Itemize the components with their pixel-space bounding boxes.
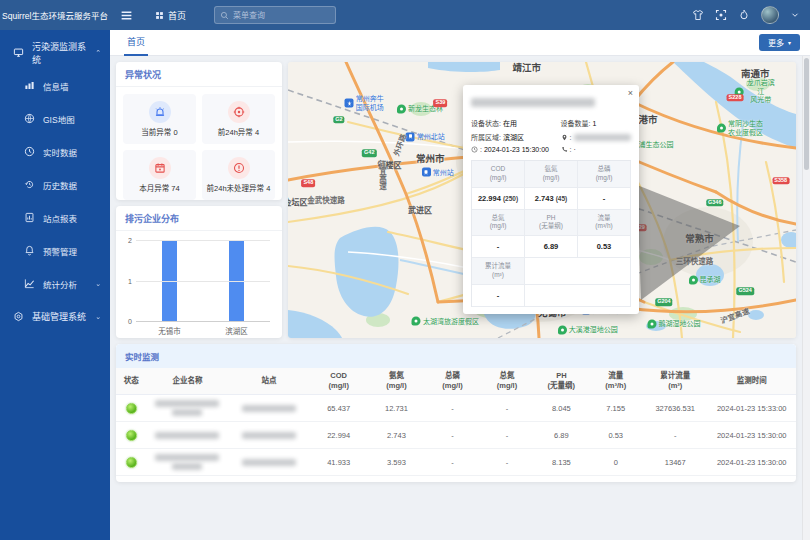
sidebar-item-label: 预警管理 <box>43 245 77 257</box>
column-header: 流量(m³/h) <box>589 368 643 394</box>
abnormal-status-panel: 异常状况 当前异常 0前24h异常 4本月异常 74前24h未处理异常 4 <box>116 62 282 200</box>
redacted-text <box>155 432 219 439</box>
metric-header: 总磷(mg/l) <box>578 161 631 188</box>
redacted-text <box>172 463 202 470</box>
home-label: 首页 <box>168 9 186 22</box>
more-button[interactable]: 更多▾ <box>759 34 800 51</box>
table-cell: 41.933 <box>310 458 368 467</box>
sidebar-item-alert-management[interactable]: 预警管理 <box>0 234 110 267</box>
metric-value: - <box>472 285 525 307</box>
gridline <box>136 321 270 322</box>
table-row[interactable]: 41.9333.593--8.1350134672024-01-23 15:30… <box>116 449 796 476</box>
metric-empty-cell <box>525 258 631 285</box>
sidebar-item-history-data[interactable]: 历史数据 <box>0 168 110 201</box>
sidebar-item-station-report[interactable]: 站点报表 <box>0 201 110 234</box>
metric-value: - <box>472 236 525 258</box>
stat-card[interactable]: 当前异常 0 <box>123 94 196 144</box>
target-icon <box>228 101 250 123</box>
page-scrollbar[interactable] <box>802 56 810 540</box>
scrollbar-thumb[interactable] <box>804 58 809 170</box>
status-indicator <box>126 403 137 414</box>
sidebar-item-pollution-monitor-system[interactable]: 污染源监测系统⌃ <box>0 36 110 69</box>
enterprise-distribution-chart: 012 无锡市滨湖区 <box>136 237 270 337</box>
table-cell: - <box>480 431 534 440</box>
station-name-redacted <box>228 432 310 439</box>
metric-header: COD(mg/l) <box>472 161 525 188</box>
table-cell: - <box>480 404 534 413</box>
clock-icon <box>24 146 35 157</box>
sidebar: 污染源监测系统⌃信息墙GIS地图实时数据历史数据站点报表预警管理统计分析⌄基础管… <box>0 30 110 540</box>
realtime-panel-title: 实时监测 <box>116 344 796 368</box>
redacted-text <box>242 459 296 466</box>
sidebar-item-info-wall[interactable]: 信息墙 <box>0 69 110 102</box>
column-header: 总磷(mg/l) <box>425 368 479 394</box>
table-row[interactable]: 22.9942.743--6.890.53-2024-01-23 15:30:0… <box>116 422 796 449</box>
sidebar-item-label: 污染源监测系统 <box>32 40 87 66</box>
menu-search[interactable] <box>214 6 336 24</box>
company-name-redacted <box>147 400 229 416</box>
alert-icon <box>24 245 35 256</box>
stat-card[interactable]: 前24h异常 4 <box>202 94 275 144</box>
chevron-down-icon: ▾ <box>788 39 791 46</box>
stat-card[interactable]: 前24h未处理异常 4 <box>202 150 275 200</box>
table-row[interactable]: 65.43712.731--8.0457.155327636.5312024-0… <box>116 395 796 422</box>
company-name-redacted <box>147 432 229 439</box>
metric-value: 0.53 <box>578 236 631 258</box>
monitor-icon <box>13 47 24 58</box>
tab-home[interactable]: 首页 <box>124 30 148 56</box>
avatar[interactable] <box>761 6 779 24</box>
chevron-up-icon: ⌃ <box>95 49 101 57</box>
table-cell: 2.743 <box>368 431 426 440</box>
table-cell: 0 <box>589 458 643 467</box>
table-cell: 3.593 <box>368 458 426 467</box>
y-tick: 1 <box>128 277 132 284</box>
x-tick: 无锡市 <box>158 325 181 336</box>
popup-title-redacted <box>471 93 631 111</box>
column-header: PH(无量纲) <box>534 368 588 394</box>
table-cell: 8.045 <box>534 404 588 413</box>
theme-icon[interactable] <box>692 9 704 21</box>
stat-label: 前24h异常 4 <box>218 126 259 137</box>
stat-label: 本月异常 74 <box>139 182 179 193</box>
metric-header: 累计流量(m³) <box>472 258 525 285</box>
hamburger-icon[interactable] <box>120 9 133 22</box>
metric-header: PH(无量纲) <box>525 210 578 237</box>
metric-header: 总氮(mg/l) <box>472 210 525 237</box>
table-cell: 22.994 <box>310 431 368 440</box>
grid-icon <box>155 11 164 20</box>
close-icon[interactable]: × <box>628 88 633 98</box>
redacted-text <box>155 400 219 407</box>
fullscreen-icon[interactable] <box>715 9 727 21</box>
column-header: 状态 <box>116 368 147 394</box>
abnormal-panel-title: 异常状况 <box>116 62 282 87</box>
table-cell: - <box>425 458 479 467</box>
table-cell: 2024-01-23 15:33:00 <box>708 404 796 413</box>
table-cell: 2024-01-23 15:30:00 <box>708 458 796 467</box>
popup-info-item: 所属区域: 滨湖区 <box>471 132 561 142</box>
redacted-text <box>242 405 296 412</box>
menu-search-input[interactable] <box>233 11 330 20</box>
redacted-text <box>242 432 296 439</box>
table-cell: - <box>425 404 479 413</box>
table-cell: 0.53 <box>589 431 643 440</box>
distribution-panel-title: 排污企业分布 <box>116 206 282 231</box>
sidebar-item-basic-management-system[interactable]: 基础管理系统⌄ <box>0 300 110 333</box>
sidebar-item-statistics-analysis[interactable]: 统计分析⌄ <box>0 267 110 300</box>
topbar-home-link[interactable]: 首页 <box>155 9 186 22</box>
popup-info-item: : <box>561 132 631 142</box>
table-cell: 12.731 <box>368 404 426 413</box>
topbar: Squirrel生态环境云服务平台 首页 <box>0 0 810 30</box>
table-cell: - <box>480 458 534 467</box>
stat-card[interactable]: 本月异常 74 <box>123 150 196 200</box>
map[interactable]: 靖江市南通市张家港市常州市无锡市常熟市钟楼区武进区金坛区滨湖区常州奔牛 国际机场… <box>288 62 796 338</box>
sidebar-item-label: 统计分析 <box>43 278 77 290</box>
table-cell: 6.89 <box>534 431 588 440</box>
x-tick: 滨湖区 <box>225 325 248 336</box>
sidebar-item-gis-map[interactable]: GIS地图 <box>0 102 110 135</box>
flame-icon[interactable] <box>738 9 750 21</box>
phone-icon <box>561 146 568 153</box>
chevron-down-icon[interactable] <box>790 10 800 20</box>
metric-header: 流量(m³/h) <box>578 210 631 237</box>
column-header: 监测时间 <box>708 368 796 394</box>
sidebar-item-realtime-data[interactable]: 实时数据 <box>0 135 110 168</box>
